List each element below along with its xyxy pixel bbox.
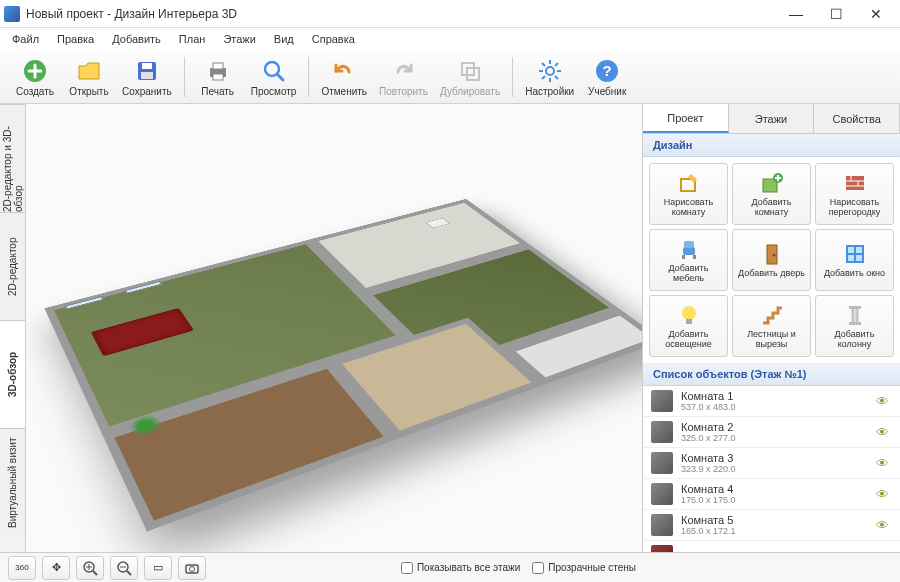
- duplicate-icon: [456, 57, 484, 85]
- visibility-icon[interactable]: 👁: [876, 425, 892, 440]
- tab-properties[interactable]: Свойства: [814, 104, 900, 133]
- camera-button[interactable]: [178, 556, 206, 580]
- objects-header: Список объектов (Этаж №1): [643, 363, 900, 386]
- tool-add-light[interactable]: Добавить освещение: [649, 295, 728, 357]
- tab-floors[interactable]: Этажи: [729, 104, 815, 133]
- visibility-icon[interactable]: 👁: [876, 394, 892, 409]
- statusbar: 360 ✥ ▭ Показывать все этажи Прозрачные …: [0, 552, 900, 582]
- svg-rect-25: [846, 176, 864, 190]
- menu-file[interactable]: Файл: [4, 30, 47, 48]
- svg-rect-40: [686, 319, 692, 324]
- object-list[interactable]: Комната 1537.0 x 483.0👁 Комната 2325.0 x…: [643, 386, 900, 552]
- list-item[interactable]: Комната 4175.0 x 175.0👁: [643, 479, 900, 510]
- tool-add-window[interactable]: Добавить окно: [815, 229, 894, 291]
- svg-rect-31: [684, 241, 694, 248]
- manual-button[interactable]: ?Учебник: [580, 52, 634, 102]
- menu-floors[interactable]: Этажи: [215, 30, 263, 48]
- room-icon: [651, 452, 673, 474]
- svg-line-47: [93, 571, 97, 575]
- svg-rect-32: [682, 255, 685, 259]
- open-button[interactable]: Открыть: [62, 52, 116, 102]
- tool-draw-room[interactable]: Нарисовать комнату: [649, 163, 728, 225]
- svg-line-16: [542, 63, 545, 66]
- svg-point-11: [546, 67, 554, 75]
- list-item[interactable]: Комната 5165.0 x 172.1👁: [643, 510, 900, 541]
- menu-edit[interactable]: Правка: [49, 30, 102, 48]
- svg-text:?: ?: [603, 62, 612, 79]
- tool-add-room[interactable]: Добавить комнату: [732, 163, 811, 225]
- design-header: Дизайн: [643, 134, 900, 157]
- settings-button[interactable]: Настройки: [519, 52, 580, 102]
- svg-line-18: [542, 76, 545, 79]
- menu-help[interactable]: Справка: [304, 30, 363, 48]
- save-button[interactable]: Сохранить: [116, 52, 178, 102]
- show-all-floors-checkbox[interactable]: Показывать все этажи: [401, 562, 520, 574]
- window-icon: [842, 241, 868, 267]
- tab-2d-editor[interactable]: 2D-редактор: [0, 212, 25, 320]
- menu-add[interactable]: Добавить: [104, 30, 169, 48]
- help-icon: ?: [593, 57, 621, 85]
- create-button[interactable]: Создать: [8, 52, 62, 102]
- svg-rect-42: [851, 309, 859, 322]
- transparent-walls-checkbox[interactable]: Прозрачные стены: [532, 562, 636, 574]
- titlebar: Новый проект - Дизайн Интерьера 3D — ☐ ✕: [0, 0, 900, 28]
- tool-stairs[interactable]: Лестницы и вырезы: [732, 295, 811, 357]
- visibility-icon[interactable]: 👁: [876, 487, 892, 502]
- visibility-icon[interactable]: 👁: [876, 456, 892, 471]
- list-item[interactable]: Комната 2325.0 x 277.0👁: [643, 417, 900, 448]
- partition-icon: [842, 170, 868, 196]
- tab-combo[interactable]: 2D-редактор и 3D-обзор: [0, 104, 25, 212]
- room-icon: [651, 483, 673, 505]
- svg-point-54: [190, 566, 195, 571]
- fit-button[interactable]: ▭: [144, 556, 172, 580]
- side-tabs: 2D-редактор и 3D-обзор 2D-редактор 3D-об…: [0, 104, 26, 552]
- preview-button[interactable]: Просмотр: [245, 52, 303, 102]
- list-item[interactable]: Диван еврокнижка👁: [643, 541, 900, 552]
- stairs-icon: [759, 302, 785, 328]
- svg-point-35: [772, 254, 775, 257]
- tool-add-door[interactable]: Добавить дверь: [732, 229, 811, 291]
- visibility-icon[interactable]: 👁: [876, 518, 892, 533]
- pan-button[interactable]: ✥: [42, 556, 70, 580]
- bulb-icon: [676, 302, 702, 328]
- rotate-360-button[interactable]: 360: [8, 556, 36, 580]
- close-button[interactable]: ✕: [856, 1, 896, 27]
- print-button[interactable]: Печать: [191, 52, 245, 102]
- folder-icon: [75, 57, 103, 85]
- add-room-icon: [759, 170, 785, 196]
- visibility-icon[interactable]: 👁: [876, 549, 892, 553]
- tool-draw-partition[interactable]: Нарисовать перегородку: [815, 163, 894, 225]
- tab-virtual-visit[interactable]: Виртуальный визит: [0, 428, 25, 536]
- maximize-button[interactable]: ☐: [816, 1, 856, 27]
- svg-rect-30: [683, 247, 695, 255]
- list-item[interactable]: Комната 3323.9 x 220.0👁: [643, 448, 900, 479]
- new-icon: [21, 57, 49, 85]
- room-icon: [651, 514, 673, 536]
- list-item[interactable]: Комната 1537.0 x 483.0👁: [643, 386, 900, 417]
- chair-icon: [676, 236, 702, 262]
- zoom-out-button[interactable]: [110, 556, 138, 580]
- svg-rect-2: [142, 63, 152, 69]
- svg-rect-34: [767, 245, 777, 264]
- tab-project[interactable]: Проект: [643, 104, 729, 133]
- svg-rect-33: [693, 255, 696, 259]
- toolbar: Создать Открыть Сохранить Печать Просмот…: [0, 50, 900, 104]
- column-icon: [842, 302, 868, 328]
- tool-add-furniture[interactable]: Добавить мебель: [649, 229, 728, 291]
- tab-3d-view[interactable]: 3D-обзор: [0, 320, 25, 428]
- door-icon: [759, 241, 785, 267]
- app-icon: [4, 6, 20, 22]
- menu-plan[interactable]: План: [171, 30, 214, 48]
- gear-icon: [536, 57, 564, 85]
- viewport-3d[interactable]: [26, 104, 642, 552]
- svg-rect-6: [213, 74, 223, 80]
- tool-add-column[interactable]: Добавить колонну: [815, 295, 894, 357]
- menu-view[interactable]: Вид: [266, 30, 302, 48]
- undo-button[interactable]: Отменить: [315, 52, 373, 102]
- sofa-icon: [651, 545, 673, 552]
- scene-3d: [86, 114, 606, 534]
- minimize-button[interactable]: —: [776, 1, 816, 27]
- svg-line-51: [127, 571, 131, 575]
- zoom-in-button[interactable]: [76, 556, 104, 580]
- magnifier-icon: [260, 57, 288, 85]
